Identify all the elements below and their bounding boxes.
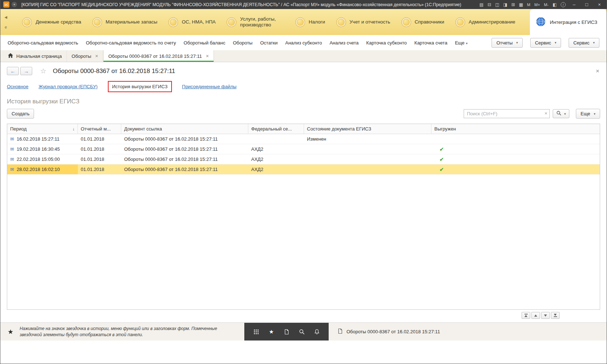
subnav-action-button[interactable]: Сервис▾ [530, 38, 561, 48]
export-icon[interactable]: ◨ [503, 2, 507, 7]
chevron-down-icon: ▾ [466, 42, 468, 45]
form-nav-links: Основное Журнал проводок (ЕПСБУ) История… [0, 77, 607, 95]
tab-close-icon[interactable]: × [95, 53, 98, 59]
column-header-report-month[interactable]: Отчетный м... [78, 124, 121, 134]
section-nav-item[interactable]: Учет и отчетность [336, 17, 391, 27]
section-coin-icon [22, 17, 32, 27]
document-record-icon: ✉ [10, 157, 14, 162]
subnav-item[interactable]: Обороты [233, 40, 252, 46]
column-header-period[interactable]: Период ↓ [7, 124, 78, 134]
history-icon[interactable] [283, 329, 290, 335]
table-row[interactable]: ✉19.02.2018 16:30:45 01.01.2018 Обороты … [7, 144, 600, 154]
memory-plus-button[interactable]: M+ [534, 3, 540, 7]
print-icon[interactable]: ⊟ [488, 2, 491, 7]
subnav-action-button[interactable]: Сервис▾ [569, 38, 599, 48]
section-coin-icon [227, 17, 236, 27]
collapse-chevron-icon[interactable]: ◀ [4, 15, 7, 19]
subnav-item[interactable]: Карточка счета [414, 40, 447, 46]
home-icon [8, 53, 13, 59]
scroll-to-top-button[interactable] [522, 312, 530, 319]
subnav-more[interactable]: Еще▾ [455, 40, 468, 46]
back-button[interactable]: ← [7, 67, 19, 75]
section-nav-item[interactable]: Материальные запасы [92, 17, 157, 27]
search-icon[interactable] [299, 329, 305, 335]
section-nav-item[interactable]: Денежные средства [22, 17, 81, 27]
titlebar-tools: ▤ ⊟ ◫ ◨ ⊞ ▦ M M+ M- ◧ i – □ × [480, 2, 604, 7]
search-clear-icon[interactable]: × [544, 111, 547, 116]
section-nav-item-integration-egisz[interactable]: Интеграция с ЕГИСЗ [530, 9, 607, 35]
save-icon[interactable]: ▤ [480, 2, 484, 7]
scroll-up-button[interactable] [531, 312, 540, 319]
open-tabs-bar: Начальная страница Обороты × Обороты 000… [0, 50, 607, 62]
subnav-item[interactable]: Остатки [260, 40, 278, 46]
chevron-down-icon: ▾ [593, 41, 595, 44]
document-record-icon: ✉ [10, 136, 14, 142]
form-nav-link[interactable]: История выгрузки ЕГИСЗ [108, 81, 172, 92]
column-header-federal[interactable]: Федеральный се... [248, 124, 304, 134]
section-nav-item[interactable]: Администрирование [455, 17, 515, 27]
subnav-item[interactable]: Анализ субконто [285, 40, 322, 46]
subnav-item[interactable]: Карточка субконто [366, 40, 407, 46]
search-button[interactable]: ▾ [553, 109, 569, 118]
table-row[interactable]: ✉28.02.2018 16:02:10 01.01.2018 Обороты … [7, 164, 600, 175]
table-row[interactable]: ✉16.02.2018 15:27:11 01.01.2018 Обороты … [7, 134, 600, 144]
column-header-state[interactable]: Состояние документа ЕГИСЗ [304, 124, 431, 134]
tab-close-icon[interactable]: × [206, 53, 209, 59]
subnav-item[interactable]: Оборотно-сальдовая ведомость по счету [86, 40, 176, 46]
search-input[interactable] [464, 109, 550, 118]
scroll-down-button[interactable] [541, 312, 550, 319]
subnav-item[interactable]: Оборотный баланс [184, 40, 225, 46]
favorite-star-icon[interactable]: ☆ [40, 67, 46, 75]
section-nav-item[interactable]: Налоги [295, 17, 325, 27]
column-header-document[interactable]: Документ ссылка [121, 124, 248, 134]
main-menu-icon[interactable]: ▾ [12, 2, 17, 7]
current-document-shortcut[interactable]: Обороты 0000-8367 от 16.02.2018 15:27:11 [329, 323, 440, 341]
footer-bar: ★ Нажимайте на значок звездочка в истори… [0, 322, 607, 341]
uploaded-check-icon: ✔ [439, 156, 444, 163]
notifications-bell-icon[interactable] [314, 329, 320, 335]
print-preview-icon[interactable]: ◫ [495, 2, 499, 7]
active-section-label: Интеграция с ЕГИСЗ [550, 20, 597, 25]
form-nav-link[interactable]: Присоединенные файлы [182, 84, 237, 89]
document-page-icon [337, 328, 343, 335]
favorites-icon[interactable]: ★ [268, 329, 274, 335]
form-nav-link[interactable]: Основное [7, 84, 29, 89]
subnav-item[interactable]: Оборотно-сальдовая ведомость [8, 40, 78, 46]
form-nav-link[interactable]: Журнал проводок (ЕПСБУ) [39, 84, 98, 89]
info-icon[interactable]: i [561, 2, 566, 7]
section-coin-icon [455, 17, 465, 27]
tools-dock: ★ [244, 323, 329, 341]
document-record-icon: ✉ [10, 167, 14, 172]
form-close-icon[interactable]: × [596, 68, 599, 75]
create-button[interactable]: Создать [7, 109, 34, 119]
close-window-button[interactable]: × [595, 2, 604, 7]
section-nav-item[interactable]: Справочники [401, 17, 444, 27]
memory-button[interactable]: M [527, 3, 530, 7]
table-row[interactable]: ✉22.02.2018 15:05:00 01.01.2018 Обороты … [7, 154, 600, 164]
subnav-action-button[interactable]: Отчеты▾ [492, 38, 522, 48]
minimize-button[interactable]: – [570, 2, 578, 7]
tab[interactable]: Обороты 0000-8367 от 16.02.2018 15:27:11… [103, 50, 214, 62]
form-title: Обороты 0000-8367 от 16.02.2018 15:27:11 [53, 68, 175, 75]
split-window-icon[interactable]: ◧ [553, 2, 557, 7]
favorites-star-icon[interactable]: ★ [8, 328, 13, 336]
sort-descending-icon: ↓ [72, 127, 75, 132]
section-nav-item[interactable]: ОС, НМА, НПА [168, 17, 216, 27]
column-header-uploaded[interactable]: Выгружен [431, 124, 600, 134]
clipped-panel-text: е [5, 25, 7, 29]
list-more-button[interactable]: Еще▾ [576, 109, 600, 119]
forward-button[interactable]: → [20, 67, 32, 75]
section-nav-item[interactable]: Услуги, работы, производство [227, 16, 284, 28]
section-coin-icon [92, 17, 102, 27]
maximize-button[interactable]: □ [582, 2, 591, 7]
tab[interactable]: Обороты × [67, 50, 103, 62]
apps-grid-icon[interactable] [253, 329, 259, 335]
calendar-icon[interactable]: ▦ [519, 2, 523, 7]
memory-minus-button[interactable]: M- [544, 3, 549, 7]
tab-home[interactable]: Начальная страница [3, 50, 67, 62]
calculator-icon[interactable]: ⊞ [511, 2, 515, 7]
subnav-bar: Оборотно-сальдовая ведомость Оборотно-са… [0, 35, 607, 50]
list-title: История выгрузки ЕГИСЗ [0, 95, 607, 109]
scroll-to-bottom-button[interactable] [551, 312, 560, 319]
subnav-item[interactable]: Анализ счета [329, 40, 358, 46]
